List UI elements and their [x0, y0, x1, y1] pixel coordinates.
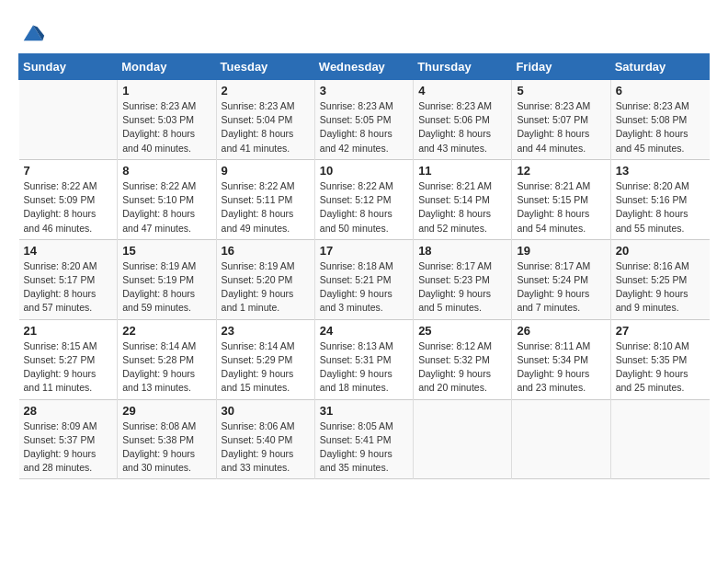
calendar-cell: 14Sunrise: 8:20 AMSunset: 5:17 PMDayligh…: [19, 239, 118, 319]
calendar-cell: 28Sunrise: 8:09 AMSunset: 5:37 PMDayligh…: [19, 399, 118, 479]
calendar-cell: 22Sunrise: 8:14 AMSunset: 5:28 PMDayligh…: [118, 319, 216, 399]
calendar-cell: 27Sunrise: 8:10 AMSunset: 5:35 PMDayligh…: [610, 319, 709, 399]
calendar-cell: 20Sunrise: 8:16 AMSunset: 5:25 PMDayligh…: [610, 239, 709, 319]
logo: [18, 18, 46, 44]
calendar-cell: 24Sunrise: 8:13 AMSunset: 5:31 PMDayligh…: [314, 319, 413, 399]
day-number: 11: [418, 164, 506, 178]
day-info: Sunrise: 8:19 AMSunset: 5:19 PMDaylight:…: [122, 259, 210, 316]
calendar-cell: 26Sunrise: 8:11 AMSunset: 5:34 PMDayligh…: [512, 319, 610, 399]
calendar-week-row: 21Sunrise: 8:15 AMSunset: 5:27 PMDayligh…: [19, 319, 710, 399]
day-number: 18: [418, 244, 506, 258]
calendar-cell: 23Sunrise: 8:14 AMSunset: 5:29 PMDayligh…: [216, 319, 314, 399]
calendar-cell: 31Sunrise: 8:05 AMSunset: 5:41 PMDayligh…: [314, 399, 413, 479]
day-number: 20: [616, 244, 705, 258]
day-number: 7: [24, 164, 113, 178]
calendar-cell: 21Sunrise: 8:15 AMSunset: 5:27 PMDayligh…: [19, 319, 118, 399]
day-info: Sunrise: 8:19 AMSunset: 5:20 PMDaylight:…: [222, 259, 310, 316]
day-info: Sunrise: 8:08 AMSunset: 5:38 PMDaylight:…: [122, 419, 210, 476]
weekday-header-saturday: Saturday: [610, 54, 709, 80]
calendar-week-row: 7Sunrise: 8:22 AMSunset: 5:09 PMDaylight…: [19, 159, 710, 239]
calendar-cell: 15Sunrise: 8:19 AMSunset: 5:19 PMDayligh…: [118, 239, 216, 319]
day-info: Sunrise: 8:21 AMSunset: 5:14 PMDaylight:…: [418, 179, 506, 236]
day-info: Sunrise: 8:16 AMSunset: 5:25 PMDaylight:…: [616, 259, 705, 316]
day-number: 24: [320, 324, 408, 338]
calendar-cell: 30Sunrise: 8:06 AMSunset: 5:40 PMDayligh…: [216, 399, 314, 479]
weekday-header-tuesday: Tuesday: [216, 54, 314, 80]
day-number: 4: [418, 84, 506, 98]
calendar-cell: 13Sunrise: 8:20 AMSunset: 5:16 PMDayligh…: [610, 159, 709, 239]
calendar-cell: 4Sunrise: 8:23 AMSunset: 5:06 PMDaylight…: [414, 80, 512, 160]
day-info: Sunrise: 8:09 AMSunset: 5:37 PMDaylight:…: [24, 419, 113, 476]
calendar-cell: 16Sunrise: 8:19 AMSunset: 5:20 PMDayligh…: [216, 239, 314, 319]
calendar-week-row: 14Sunrise: 8:20 AMSunset: 5:17 PMDayligh…: [19, 239, 710, 319]
weekday-header-row: SundayMondayTuesdayWednesdayThursdayFrid…: [19, 54, 710, 80]
calendar-cell: 25Sunrise: 8:12 AMSunset: 5:32 PMDayligh…: [414, 319, 512, 399]
day-number: 28: [24, 404, 113, 418]
day-info: Sunrise: 8:23 AMSunset: 5:05 PMDaylight:…: [320, 99, 408, 155]
calendar-cell: [19, 80, 118, 160]
day-info: Sunrise: 8:23 AMSunset: 5:06 PMDaylight:…: [418, 99, 506, 155]
day-number: 6: [616, 84, 705, 98]
calendar-cell: 17Sunrise: 8:18 AMSunset: 5:21 PMDayligh…: [314, 239, 413, 319]
day-number: 16: [222, 244, 310, 258]
calendar-cell: 9Sunrise: 8:22 AMSunset: 5:11 PMDaylight…: [216, 159, 314, 239]
calendar-cell: 19Sunrise: 8:17 AMSunset: 5:24 PMDayligh…: [512, 239, 610, 319]
day-number: 26: [517, 324, 605, 338]
day-info: Sunrise: 8:23 AMSunset: 5:04 PMDaylight:…: [222, 99, 310, 155]
calendar-cell: 6Sunrise: 8:23 AMSunset: 5:08 PMDaylight…: [610, 80, 709, 160]
day-info: Sunrise: 8:14 AMSunset: 5:29 PMDaylight:…: [222, 339, 310, 396]
day-info: Sunrise: 8:22 AMSunset: 5:12 PMDaylight:…: [320, 179, 408, 236]
day-info: Sunrise: 8:23 AMSunset: 5:08 PMDaylight:…: [616, 99, 705, 155]
day-number: 10: [320, 164, 408, 178]
day-number: 17: [320, 244, 408, 258]
day-info: Sunrise: 8:14 AMSunset: 5:28 PMDaylight:…: [122, 339, 210, 396]
day-info: Sunrise: 8:06 AMSunset: 5:40 PMDaylight:…: [222, 419, 310, 476]
calendar-cell: 29Sunrise: 8:08 AMSunset: 5:38 PMDayligh…: [118, 399, 216, 479]
day-number: 23: [222, 324, 310, 338]
logo-text: [18, 18, 46, 44]
calendar-cell: [610, 399, 709, 479]
day-number: 9: [222, 164, 310, 178]
day-info: Sunrise: 8:12 AMSunset: 5:32 PMDaylight:…: [418, 339, 506, 396]
day-info: Sunrise: 8:21 AMSunset: 5:15 PMDaylight:…: [517, 179, 605, 236]
day-info: Sunrise: 8:20 AMSunset: 5:17 PMDaylight:…: [24, 259, 113, 316]
day-number: 27: [616, 324, 705, 338]
logo-icon: [20, 18, 46, 44]
day-number: 2: [222, 84, 310, 98]
day-number: 19: [517, 244, 605, 258]
calendar-cell: 2Sunrise: 8:23 AMSunset: 5:04 PMDaylight…: [216, 80, 314, 160]
day-number: 12: [517, 164, 605, 178]
day-number: 5: [517, 84, 605, 98]
day-info: Sunrise: 8:23 AMSunset: 5:03 PMDaylight:…: [122, 99, 210, 155]
day-info: Sunrise: 8:11 AMSunset: 5:34 PMDaylight:…: [517, 339, 605, 396]
calendar-cell: 1Sunrise: 8:23 AMSunset: 5:03 PMDaylight…: [118, 80, 216, 160]
calendar-cell: 12Sunrise: 8:21 AMSunset: 5:15 PMDayligh…: [512, 159, 610, 239]
day-number: 8: [122, 164, 210, 178]
day-info: Sunrise: 8:23 AMSunset: 5:07 PMDaylight:…: [517, 99, 605, 155]
calendar-cell: 18Sunrise: 8:17 AMSunset: 5:23 PMDayligh…: [414, 239, 512, 319]
weekday-header-sunday: Sunday: [19, 54, 118, 80]
day-number: 14: [24, 244, 113, 258]
calendar-cell: 5Sunrise: 8:23 AMSunset: 5:07 PMDaylight…: [512, 80, 610, 160]
day-number: 21: [24, 324, 113, 338]
day-info: Sunrise: 8:10 AMSunset: 5:35 PMDaylight:…: [616, 339, 705, 396]
day-info: Sunrise: 8:22 AMSunset: 5:10 PMDaylight:…: [122, 179, 210, 236]
day-number: 13: [616, 164, 705, 178]
calendar-cell: 8Sunrise: 8:22 AMSunset: 5:10 PMDaylight…: [118, 159, 216, 239]
calendar-cell: [414, 399, 512, 479]
day-number: 1: [122, 84, 210, 98]
day-info: Sunrise: 8:22 AMSunset: 5:11 PMDaylight:…: [222, 179, 310, 236]
day-number: 25: [418, 324, 506, 338]
calendar-cell: 10Sunrise: 8:22 AMSunset: 5:12 PMDayligh…: [314, 159, 413, 239]
calendar-table: SundayMondayTuesdayWednesdayThursdayFrid…: [18, 53, 710, 479]
weekday-header-wednesday: Wednesday: [314, 54, 413, 80]
day-number: 22: [122, 324, 210, 338]
calendar-cell: 7Sunrise: 8:22 AMSunset: 5:09 PMDaylight…: [19, 159, 118, 239]
day-number: 31: [320, 404, 408, 418]
weekday-header-friday: Friday: [512, 54, 610, 80]
day-info: Sunrise: 8:18 AMSunset: 5:21 PMDaylight:…: [320, 259, 408, 316]
calendar-week-row: 1Sunrise: 8:23 AMSunset: 5:03 PMDaylight…: [19, 80, 710, 160]
day-info: Sunrise: 8:13 AMSunset: 5:31 PMDaylight:…: [320, 339, 408, 396]
calendar-week-row: 28Sunrise: 8:09 AMSunset: 5:37 PMDayligh…: [19, 399, 710, 479]
calendar-cell: 11Sunrise: 8:21 AMSunset: 5:14 PMDayligh…: [414, 159, 512, 239]
